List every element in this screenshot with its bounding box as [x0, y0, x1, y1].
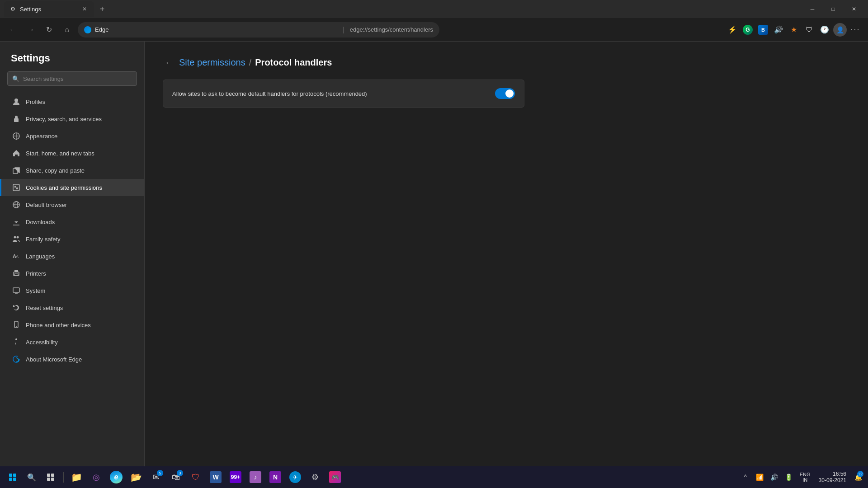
notification-badge: 12: [857, 471, 863, 477]
sidebar-item-accessibility[interactable]: Accessibility: [0, 333, 144, 351]
permission-label: Allow sites to ask to become default han…: [172, 90, 367, 97]
sidebar-item-system[interactable]: System: [0, 282, 144, 299]
settings-title: Settings: [0, 49, 144, 71]
breadcrumb-current: Protocol handlers: [255, 57, 332, 68]
taskbar-store[interactable]: 🛍 3: [167, 468, 185, 486]
sidebar-item-about-label: About Microsoft Edge: [26, 356, 82, 363]
taskbar-separator: [63, 472, 64, 483]
notification-center-button[interactable]: 🔔 12: [852, 469, 864, 485]
svg-rect-25: [51, 478, 54, 481]
tray-network-icon[interactable]: 📶: [754, 469, 766, 485]
taskbar-mail[interactable]: ✉ 5: [147, 468, 165, 486]
taskbar-groove[interactable]: ♪: [246, 468, 264, 486]
edge-icon: e: [110, 471, 123, 483]
sidebar-item-cookies[interactable]: Cookies and site permissions: [0, 179, 144, 196]
back-button[interactable]: ←: [5, 23, 20, 37]
word-icon: W: [210, 471, 222, 483]
more-options-button[interactable]: ···: [848, 23, 863, 37]
maximize-button[interactable]: □: [823, 2, 844, 16]
toolbar-extensions-icon[interactable]: ⚡: [725, 23, 740, 37]
content-area: ← Site permissions / Protocol handlers A…: [145, 42, 868, 466]
close-button[interactable]: ✕: [844, 2, 864, 16]
breadcrumb-separator: /: [249, 57, 252, 68]
tab-close-button[interactable]: ✕: [80, 5, 89, 13]
sidebar-item-share-copy[interactable]: Share, copy and paste: [0, 162, 144, 179]
sidebar-item-languages[interactable]: A A Languages: [0, 248, 144, 265]
svg-point-21: [15, 338, 17, 340]
address-input-wrap[interactable]: Edge | edge://settings/content/handlers: [78, 22, 439, 38]
taskbar-settings[interactable]: ⚙: [306, 468, 324, 486]
sidebar-item-default-browser[interactable]: Default browser: [0, 196, 144, 213]
default-browser-icon: [12, 201, 20, 209]
search-input[interactable]: [23, 75, 132, 82]
sidebar-item-downloads[interactable]: Downloads: [0, 213, 144, 230]
toolbar-history-icon[interactable]: 🕐: [817, 23, 832, 37]
main-layout: Settings 🔍 Profiles Privacy, search, and…: [0, 42, 868, 466]
tab-area: ⚙ Settings ✕ +: [4, 1, 800, 17]
sidebar-item-reset-settings[interactable]: Reset settings: [0, 299, 144, 316]
toolbar-bing-icon[interactable]: B: [756, 23, 770, 37]
search-box[interactable]: 🔍: [7, 71, 137, 86]
sidebar-item-start-home-label: Start, home, and new tabs: [26, 150, 94, 157]
sidebar-item-family-safety[interactable]: Family safety: [0, 230, 144, 248]
svg-rect-5: [14, 186, 16, 188]
back-breadcrumb-button[interactable]: ←: [163, 56, 175, 69]
sidebar-item-phone-devices-label: Phone and other devices: [26, 322, 91, 328]
toolbar-collections-icon[interactable]: ★: [787, 23, 801, 37]
tray-battery-icon[interactable]: 🔋: [783, 469, 795, 485]
sidebar-item-profiles[interactable]: Profiles: [0, 93, 144, 110]
profile-button[interactable]: 👤: [833, 23, 847, 37]
windows-logo-icon: [9, 474, 16, 481]
taskbar-onenote[interactable]: N: [266, 468, 284, 486]
address-url: edge://settings/content/handlers: [350, 26, 433, 33]
taskbar-folder[interactable]: 📂: [127, 468, 145, 486]
home-button[interactable]: ⌂: [60, 23, 74, 37]
about-edge-icon: [12, 355, 20, 363]
phone-devices-icon: [12, 321, 20, 329]
tray-volume-icon[interactable]: 🔊: [768, 469, 781, 485]
taskbar-game-bar[interactable]: 🎮: [326, 468, 344, 486]
svg-point-11: [14, 236, 16, 239]
taskbar-search-button[interactable]: 🔍: [24, 469, 40, 485]
family-safety-icon: [12, 235, 20, 243]
system-icon: [12, 286, 20, 295]
allow-protocol-handlers-toggle[interactable]: [495, 88, 515, 99]
sidebar-item-privacy[interactable]: Privacy, search, and services: [0, 110, 144, 127]
clock-time: 16:56: [833, 471, 846, 477]
toolbar-grammarly-icon[interactable]: G: [741, 23, 755, 37]
tab-favicon: ⚙: [9, 5, 16, 13]
sidebar-item-family-safety-label: Family safety: [26, 236, 61, 243]
window-controls: ─ □ ✕: [802, 2, 864, 16]
breadcrumb-link[interactable]: Site permissions: [179, 57, 245, 68]
reload-button[interactable]: ↻: [42, 23, 56, 37]
sidebar-item-default-browser-label: Default browser: [26, 202, 67, 208]
active-tab[interactable]: ⚙ Settings ✕: [4, 1, 94, 17]
taskbar-edge[interactable]: e: [107, 468, 125, 486]
taskbar-vpn[interactable]: 🛡: [187, 468, 205, 486]
taskbar-word[interactable]: W: [207, 468, 225, 486]
tab-title: Settings: [20, 6, 77, 13]
taskbar-music[interactable]: 99+: [226, 468, 245, 486]
taskbar-file-explorer[interactable]: 📁: [67, 468, 85, 486]
sidebar-item-printers-label: Printers: [26, 270, 46, 277]
sidebar-item-reset-settings-label: Reset settings: [26, 305, 63, 311]
taskbar-clock[interactable]: 16:56 30-09-2021: [815, 468, 850, 486]
toolbar-read-aloud-icon[interactable]: 🔊: [771, 23, 786, 37]
sidebar-item-appearance[interactable]: Appearance: [0, 127, 144, 145]
sidebar-item-about[interactable]: About Microsoft Edge: [0, 351, 144, 368]
sidebar: Settings 🔍 Profiles Privacy, search, and…: [0, 42, 145, 466]
taskbar-telegram[interactable]: ✈: [286, 468, 304, 486]
new-tab-button[interactable]: +: [96, 3, 108, 15]
minimize-button[interactable]: ─: [802, 2, 823, 16]
toolbar-browser-essentials-icon[interactable]: 🛡: [802, 23, 816, 37]
sidebar-item-phone-devices[interactable]: Phone and other devices: [0, 316, 144, 333]
sidebar-item-printers[interactable]: Printers: [0, 265, 144, 282]
taskbar-task-view[interactable]: [42, 468, 60, 486]
sidebar-item-start-home[interactable]: Start, home, and new tabs: [0, 145, 144, 162]
forward-button[interactable]: →: [24, 23, 38, 37]
tray-expand-button[interactable]: ^: [739, 469, 752, 485]
taskbar-cortana[interactable]: ◎: [87, 468, 105, 486]
taskbar-start-button[interactable]: [4, 468, 22, 486]
sidebar-item-share-copy-label: Share, copy and paste: [26, 167, 85, 174]
language-indicator[interactable]: ENG IN: [797, 472, 813, 483]
